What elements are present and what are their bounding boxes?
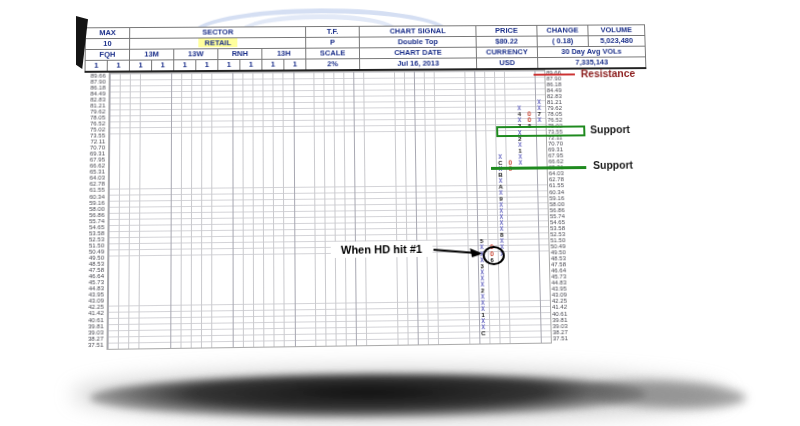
resistance-label: Resistance (581, 67, 636, 79)
callout-label: When HD hit #1 (331, 241, 433, 258)
scene: MAX SECTOR T.F. CHART SIGNAL PRICE CHANG… (0, 0, 800, 426)
support-label-lower: Support (593, 158, 633, 170)
price-label-right: 37.51 (553, 335, 587, 342)
month-marker: C (478, 330, 488, 336)
price-label-left: 37.51 (68, 341, 103, 348)
pnf-chart: When HD hit #1 89.6689.6687.9087.9086.18… (0, 0, 800, 426)
callout-circle (482, 245, 504, 264)
page: MAX SECTOR T.F. CHART SIGNAL PRICE CHANG… (0, 0, 800, 426)
resistance-line (534, 73, 575, 75)
support-label-upper: Support (590, 123, 630, 135)
support-box (496, 125, 585, 137)
pf-x-cell: X (515, 159, 525, 165)
pf-x-cell: X (534, 117, 544, 123)
